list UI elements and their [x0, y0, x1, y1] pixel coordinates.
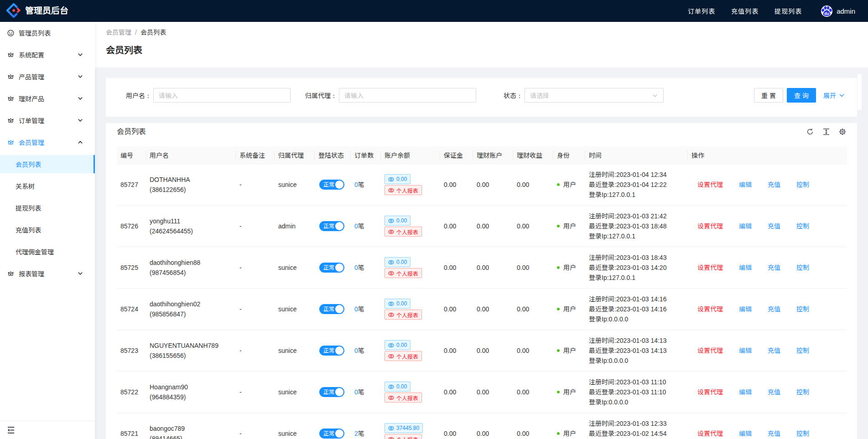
svg-text:du: du [824, 11, 829, 15]
